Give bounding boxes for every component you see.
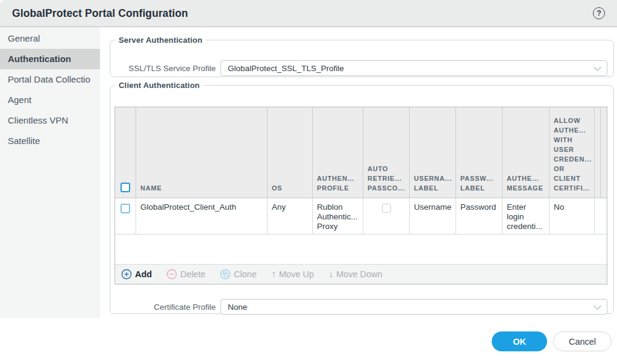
row-select-cell bbox=[115, 198, 136, 234]
column-header-username-label[interactable]: USERNA... LABEL bbox=[410, 107, 456, 198]
certificate-profile-label: Certificate Profile bbox=[114, 303, 216, 312]
client-authentication-section: Client Authentication NAME OS AUTHEN... … bbox=[110, 81, 614, 314]
arrow-up-icon: ↑ bbox=[271, 269, 276, 279]
server-authentication-section: Server Authentication SSL/TLS Service Pr… bbox=[110, 36, 614, 77]
cell-username-label: Username bbox=[410, 198, 456, 234]
header-scroll-gutter bbox=[595, 107, 607, 198]
sidebar-item-general[interactable]: General bbox=[0, 28, 100, 49]
minus-circle-icon bbox=[166, 269, 177, 280]
column-header-auto-retrieve-passcode[interactable]: AUTO RETRIE... PASSCO... bbox=[363, 107, 410, 198]
help-icon[interactable]: ? bbox=[593, 7, 605, 19]
cancel-button[interactable]: Cancel bbox=[553, 331, 612, 351]
table-header-row: NAME OS AUTHEN... PROFILE AUTO RETRIE...… bbox=[115, 107, 607, 198]
dialog-globalprotect-portal-configuration: GlobalProtect Portal Configuration ? Gen… bbox=[0, 0, 617, 364]
chevron-down-icon bbox=[594, 302, 601, 310]
clone-icon bbox=[220, 269, 231, 280]
table-empty-area bbox=[115, 234, 607, 264]
select-all-header-cell bbox=[115, 107, 136, 198]
move-down-button[interactable]: ↓ Move Down bbox=[328, 269, 383, 279]
client-auth-table: NAME OS AUTHEN... PROFILE AUTO RETRIE...… bbox=[114, 107, 607, 284]
client-authentication-legend: Client Authentication bbox=[115, 81, 203, 90]
column-header-password-label[interactable]: PASSW... LABEL bbox=[456, 107, 503, 198]
clone-button-label: Clone bbox=[234, 269, 257, 279]
delete-button-label: Delete bbox=[180, 269, 205, 279]
cell-authentication-message: Enter login credenti... bbox=[503, 198, 550, 234]
cell-auto-retrieve-passcode bbox=[363, 198, 410, 234]
column-header-name[interactable]: NAME bbox=[136, 107, 268, 198]
auto-retrieve-passcode-checkbox[interactable] bbox=[382, 204, 391, 213]
column-header-os[interactable]: OS bbox=[268, 107, 313, 198]
gutter-divider bbox=[600, 107, 601, 198]
plus-circle-icon bbox=[121, 269, 132, 280]
cell-password-label: Password bbox=[456, 198, 503, 234]
sidebar-item-clientless-vpn[interactable]: Clientless VPN bbox=[0, 110, 100, 131]
table-toolbar: Add Delete Clone bbox=[115, 264, 607, 284]
sidebar-item-agent[interactable]: Agent bbox=[0, 90, 100, 110]
server-authentication-legend: Server Authentication bbox=[115, 36, 206, 45]
page-title: GlobalProtect Portal Configuration bbox=[12, 7, 188, 20]
ok-button[interactable]: OK bbox=[492, 331, 547, 351]
sidebar-item-satellite[interactable]: Satellite bbox=[0, 131, 100, 151]
column-header-authentication-profile[interactable]: AUTHEN... PROFILE bbox=[313, 107, 363, 198]
certificate-profile-select[interactable]: None bbox=[221, 299, 607, 315]
add-button-label: Add bbox=[135, 269, 152, 279]
add-button[interactable]: Add bbox=[121, 269, 152, 280]
row-gutter-cell bbox=[595, 198, 607, 234]
row-checkbox[interactable] bbox=[121, 204, 130, 213]
cell-name: GlobalProtect_Client_Auth bbox=[136, 198, 268, 234]
cell-authentication-profile: Rublon Authentic... Proxy bbox=[313, 198, 363, 234]
certificate-profile-value: None bbox=[228, 303, 595, 312]
certificate-profile-row: Certificate Profile None bbox=[114, 299, 607, 315]
cell-allow-auth: No bbox=[550, 198, 595, 234]
ssl-tls-profile-select[interactable]: GlobalProtect_SSL_TLS_Profile bbox=[221, 60, 607, 76]
move-up-button-label: Move Up bbox=[279, 269, 314, 279]
cell-os: Any bbox=[268, 198, 313, 234]
chevron-down-icon bbox=[594, 63, 601, 71]
move-up-button[interactable]: ↑ Move Up bbox=[271, 269, 314, 279]
sidebar: General Authentication Portal Data Colle… bbox=[0, 27, 100, 318]
question-mark-glyph: ? bbox=[597, 9, 601, 17]
ssl-tls-profile-label: SSL/TLS Service Profile bbox=[114, 64, 216, 73]
titlebar: GlobalProtect Portal Configuration ? bbox=[0, 0, 617, 27]
sidebar-item-authentication[interactable]: Authentication bbox=[0, 49, 100, 69]
ssl-tls-profile-value: GlobalProtect_SSL_TLS_Profile bbox=[228, 64, 595, 73]
ssl-tls-profile-row: SSL/TLS Service Profile GlobalProtect_SS… bbox=[114, 60, 607, 76]
column-header-allow-auth-with-credentials-or-certificate[interactable]: ALLOW AUTHE... WITH USER CREDEN... OR CL… bbox=[550, 107, 595, 198]
clone-button[interactable]: Clone bbox=[220, 269, 257, 280]
select-all-checkbox[interactable] bbox=[121, 183, 130, 192]
column-header-authentication-message[interactable]: AUTHE... MESSAGE bbox=[503, 107, 550, 198]
arrow-down-icon: ↓ bbox=[328, 269, 333, 279]
delete-button[interactable]: Delete bbox=[166, 269, 205, 280]
move-down-button-label: Move Down bbox=[336, 269, 383, 279]
sidebar-item-portal-data-collection[interactable]: Portal Data Collectio bbox=[0, 69, 100, 90]
table-row[interactable]: GlobalProtect_Client_Auth Any Rublon Aut… bbox=[115, 198, 607, 234]
